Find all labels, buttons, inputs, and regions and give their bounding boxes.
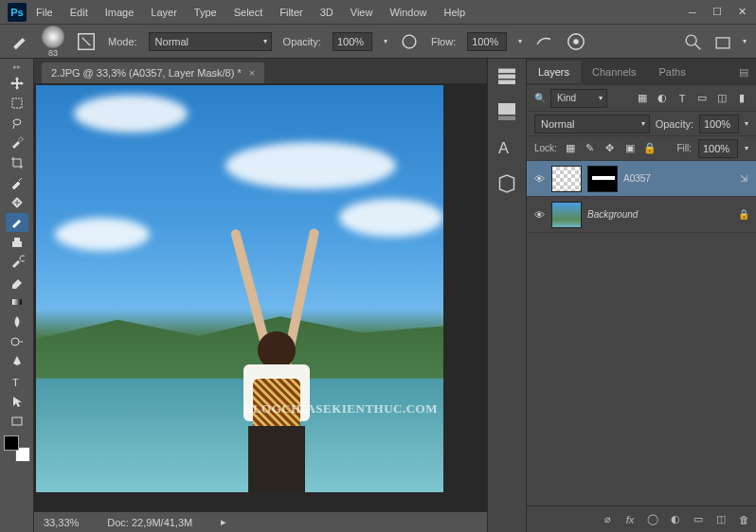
rectangle-tool[interactable] — [6, 412, 28, 431]
flow-field[interactable]: 100% — [467, 32, 507, 51]
status-flyout[interactable]: ▸ — [221, 516, 226, 528]
close-button[interactable]: ✕ — [735, 6, 748, 19]
pen-tool[interactable] — [6, 352, 28, 371]
gradient-tool[interactable] — [6, 293, 28, 311]
toolbar-collapse[interactable]: ▸▸ — [13, 62, 21, 71]
lock-artboard-icon[interactable]: ▣ — [623, 142, 637, 155]
menu-filter[interactable]: Filter — [272, 3, 310, 22]
history-brush-tool[interactable] — [6, 253, 28, 272]
foreground-color[interactable] — [4, 435, 19, 451]
lock-all-icon[interactable]: 🔒 — [643, 142, 657, 155]
share-icon[interactable] — [712, 31, 733, 52]
quick-select-tool[interactable] — [6, 133, 28, 152]
layer-row[interactable]: 👁 Background 🔒 — [527, 197, 756, 233]
document-tab[interactable]: 2.JPG @ 33,3% (A0357, Layer Mask/8) * × — [42, 62, 264, 83]
workspace-flyout[interactable]: ▾ — [743, 37, 747, 45]
visibility-icon[interactable]: 👁 — [532, 173, 546, 185]
panel-menu-icon[interactable]: ▤ — [731, 66, 756, 79]
adjustment-layer-icon[interactable]: ◐ — [669, 513, 682, 526]
filter-type-icon[interactable]: T — [675, 92, 689, 105]
tab-close-icon[interactable]: × — [249, 67, 255, 79]
link-icon[interactable]: ⇲ — [737, 173, 750, 184]
menu-select[interactable]: Select — [226, 3, 271, 22]
layer-opacity-field[interactable]: 100% — [699, 115, 739, 133]
lock-position-icon[interactable]: ✥ — [603, 142, 617, 155]
pressure-opacity-icon[interactable] — [399, 31, 420, 52]
filter-kind-dropdown[interactable]: Kind — [550, 89, 607, 108]
layer-fx-icon[interactable]: fx — [623, 513, 637, 526]
collapsed-character-icon[interactable]: A — [495, 136, 518, 159]
color-swatches[interactable] — [4, 435, 30, 462]
menu-view[interactable]: View — [343, 3, 381, 22]
move-tool[interactable] — [6, 74, 28, 93]
flow-flyout[interactable]: ▾ — [518, 37, 522, 45]
status-bar: 33,33% Doc: 22,9M/41,3M ▸ — [34, 511, 487, 532]
filter-smart-icon[interactable]: ◫ — [715, 92, 729, 105]
path-select-tool[interactable] — [6, 392, 28, 411]
brush-preview[interactable] — [42, 26, 64, 48]
new-layer-icon[interactable]: ◫ — [714, 513, 728, 526]
fill-field[interactable]: 100% — [698, 139, 738, 158]
visibility-icon[interactable]: 👁 — [532, 209, 546, 221]
layer-row[interactable]: 👁 A0357 ⇲ — [527, 161, 756, 197]
tool-preset-picker[interactable] — [9, 31, 30, 52]
canvas[interactable]: BLOGCHIASEKIENTHUC.COM — [36, 85, 443, 492]
menu-file[interactable]: File — [28, 3, 61, 22]
maximize-button[interactable]: ☐ — [711, 6, 724, 19]
fill-flyout[interactable]: ▾ — [745, 144, 748, 152]
layer-name[interactable]: A0357 — [623, 173, 731, 184]
collapsed-libraries-icon[interactable] — [495, 172, 518, 195]
layer-thumbnail[interactable] — [551, 202, 582, 228]
marquee-tool[interactable] — [6, 94, 28, 113]
link-layers-icon[interactable]: ⌀ — [601, 513, 614, 526]
tab-layers[interactable]: Layers — [527, 61, 581, 83]
eraser-tool[interactable] — [6, 273, 28, 292]
new-group-icon[interactable]: ▭ — [692, 513, 705, 526]
eyedropper-tool[interactable] — [6, 173, 28, 192]
collapsed-color-icon[interactable] — [495, 100, 518, 123]
lock-pixels-icon[interactable]: ✎ — [584, 142, 597, 155]
menu-help[interactable]: Help — [437, 3, 474, 22]
opacity-field[interactable]: 100% — [333, 32, 372, 51]
menu-type[interactable]: Type — [187, 3, 225, 22]
menu-image[interactable]: Image — [98, 3, 142, 22]
menu-edit[interactable]: Edit — [63, 3, 96, 22]
blur-tool[interactable] — [6, 312, 28, 331]
lock-transparency-icon[interactable]: ▦ — [564, 142, 577, 155]
minimize-button[interactable]: ─ — [686, 6, 699, 19]
layer-opacity-flyout[interactable]: ▾ — [745, 119, 748, 128]
doc-size-readout[interactable]: Doc: 22,9M/41,3M — [107, 517, 192, 528]
filter-adjust-icon[interactable]: ◐ — [656, 92, 669, 105]
type-tool[interactable]: T — [6, 372, 28, 391]
layer-name[interactable]: Background — [587, 209, 731, 220]
dodge-tool[interactable] — [6, 332, 28, 351]
canvas-viewport[interactable]: BLOGCHIASEKIENTHUC.COM — [34, 83, 487, 511]
crop-tool[interactable] — [6, 153, 28, 172]
filter-pixel-icon[interactable]: ▦ — [636, 92, 649, 105]
menu-layer[interactable]: Layer — [143, 3, 185, 22]
tab-paths[interactable]: Paths — [648, 61, 697, 83]
airbrush-icon[interactable] — [533, 31, 554, 52]
healing-tool[interactable] — [6, 193, 28, 212]
menu-3d[interactable]: 3D — [313, 3, 341, 22]
layer-blend-dropdown[interactable]: Normal — [534, 115, 650, 133]
tab-channels[interactable]: Channels — [581, 61, 647, 83]
blend-mode-dropdown[interactable]: Normal — [149, 32, 272, 51]
lasso-tool[interactable] — [6, 114, 28, 133]
layer-thumbnail[interactable] — [551, 166, 582, 192]
layer-mask-thumbnail[interactable] — [587, 166, 618, 192]
brush-tool[interactable] — [6, 213, 28, 232]
filter-toggle-icon[interactable]: ▮ — [735, 92, 748, 105]
filter-shape-icon[interactable]: ▭ — [695, 92, 709, 105]
menu-bar: Ps File Edit Image Layer Type Select Fil… — [0, 0, 756, 25]
brush-panel-toggle[interactable] — [76, 31, 97, 52]
menu-window[interactable]: Window — [382, 3, 434, 22]
delete-layer-icon[interactable]: 🗑 — [737, 513, 750, 526]
pressure-size-icon[interactable] — [566, 31, 586, 52]
collapsed-history-icon[interactable] — [495, 64, 518, 87]
zoom-readout[interactable]: 33,33% — [44, 517, 79, 528]
opacity-flyout[interactable]: ▾ — [384, 37, 387, 45]
add-mask-icon[interactable]: ◯ — [646, 513, 659, 526]
clone-stamp-tool[interactable] — [6, 233, 28, 252]
search-icon[interactable] — [682, 31, 703, 52]
